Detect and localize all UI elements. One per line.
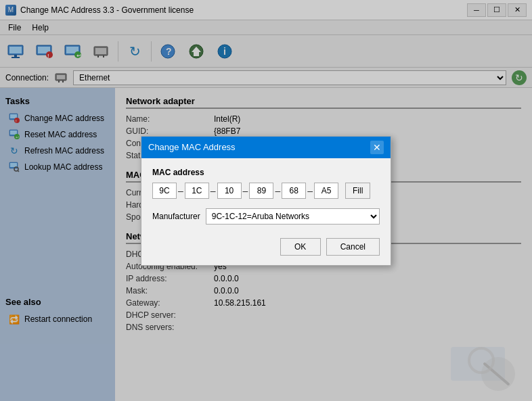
- dialog-close-button[interactable]: ✕: [370, 141, 384, 154]
- mac-sep-2: –: [210, 185, 216, 196]
- mac-field-2[interactable]: [185, 183, 209, 199]
- mac-sep-1: –: [178, 185, 183, 196]
- ok-button[interactable]: OK: [280, 238, 321, 256]
- mac-inputs-row: – – – – – Fill: [152, 183, 380, 199]
- mac-field-1[interactable]: [152, 183, 177, 199]
- mac-field-3[interactable]: [217, 183, 242, 199]
- mac-field-4[interactable]: [249, 183, 273, 199]
- dialog-overlay: Change MAC Address ✕ MAC address – – – –…: [0, 0, 532, 401]
- manufacturer-row: Manufacturer 9C-1C-12=Aruba Networks: [152, 208, 380, 225]
- manufacturer-dropdown[interactable]: 9C-1C-12=Aruba Networks: [206, 208, 380, 225]
- mac-field-5[interactable]: [282, 183, 306, 199]
- manufacturer-label: Manufacturer: [152, 212, 200, 221]
- mac-field-6[interactable]: [314, 183, 338, 199]
- dialog-body: MAC address – – – – – Fill Manufacturer: [141, 158, 391, 265]
- fill-button[interactable]: Fill: [345, 183, 370, 199]
- mac-sep-5: –: [307, 185, 313, 196]
- mac-address-dialog-label: MAC address: [152, 168, 380, 177]
- cancel-button[interactable]: Cancel: [326, 238, 380, 256]
- dialog-title: Change MAC Address: [148, 142, 236, 152]
- change-mac-dialog: Change MAC Address ✕ MAC address – – – –…: [141, 136, 391, 266]
- mac-sep-4: –: [275, 185, 280, 196]
- dialog-title-bar: Change MAC Address ✕: [141, 137, 391, 158]
- mac-sep-3: –: [243, 185, 248, 196]
- dialog-buttons: OK Cancel: [152, 235, 380, 256]
